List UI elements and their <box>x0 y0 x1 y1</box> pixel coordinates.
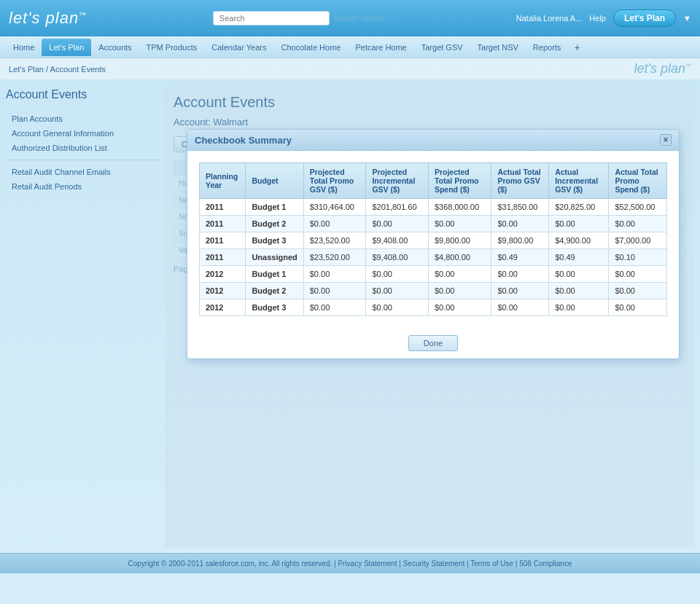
checkbook-col-header: Actual Total Promo Spend ($) <box>609 163 667 199</box>
table-cell: $7,000.00 <box>609 232 667 249</box>
table-cell: $0.00 <box>428 283 491 299</box>
table-row: 2011Budget 1$310,464.00$201,801.60$368,0… <box>200 199 667 216</box>
modal-title: Checkbook Summary <box>195 135 292 146</box>
table-row: 2012Budget 3$0.00$0.00$0.00$0.00$0.00$0.… <box>200 299 667 316</box>
table-cell: $9,800.00 <box>491 232 549 249</box>
nav-plus-button[interactable]: + <box>568 39 586 56</box>
modal-close-button[interactable]: × <box>660 134 672 146</box>
table-cell: $0.00 <box>428 299 491 316</box>
table-row: 2011Budget 2$0.00$0.00$0.00$0.00$0.00$0.… <box>200 216 667 232</box>
checkbook-col-header: Budget <box>246 163 303 199</box>
breadcrumb-logo: let's plan™ <box>634 61 691 77</box>
nav-item-calendar[interactable]: Calendar Years <box>204 39 273 56</box>
table-cell: $0.00 <box>609 299 667 316</box>
breadcrumb-letsplan[interactable]: Let's Plan <box>9 65 44 74</box>
table-cell: $0.00 <box>491 266 549 283</box>
table-cell: 2011 <box>200 249 246 266</box>
table-cell: 2011 <box>200 232 246 249</box>
table-cell: $0.49 <box>549 249 609 266</box>
sidebar-item-retail-audit-emails[interactable]: Retail Audit Channel Emails <box>6 165 159 179</box>
sidebar: Account Events Plan Accounts Account Gen… <box>6 85 159 547</box>
table-cell: Unassigned <box>246 249 303 266</box>
checkbook-table: Planning YearBudgetProjected Total Promo… <box>199 162 667 316</box>
table-cell: $23,520.00 <box>303 232 366 249</box>
table-cell: 2011 <box>200 216 246 232</box>
breadcrumb: Let's Plan / Account Events <box>9 65 106 74</box>
table-row: 2011Budget 3$23,520.00$9,408.00$9,800.00… <box>200 232 667 249</box>
sidebar-title: Account Events <box>6 85 159 104</box>
done-button[interactable]: Done <box>408 335 458 351</box>
modal-body: Planning YearBudgetProjected Total Promo… <box>187 151 679 328</box>
table-cell: $0.00 <box>491 283 549 299</box>
nav-item-petcare[interactable]: Petcare Home <box>348 39 413 56</box>
content-area: Account Events Account: Walmart Calendar… <box>165 85 694 547</box>
sidebar-item-retail-audit-periods[interactable]: Retail Audit Periods <box>6 179 159 194</box>
table-cell: Budget 1 <box>246 266 303 283</box>
top-bar: let's plan™ Search Options... Natalia Lo… <box>0 0 700 36</box>
search-area: Search Options... <box>213 11 390 26</box>
table-cell: Budget 1 <box>246 199 303 216</box>
nav-item-targetgsv[interactable]: Target GSV <box>414 39 470 56</box>
table-cell: $0.00 <box>428 266 491 283</box>
breadcrumb-account-events: Account Events <box>50 65 106 74</box>
user-label: Natalia Lorena A... <box>516 14 583 23</box>
sidebar-item-plan-accounts[interactable]: Plan Accounts <box>6 111 159 126</box>
table-cell: $0.10 <box>609 249 667 266</box>
checkbook-col-header: Actual Incremental GSV ($) <box>549 163 609 199</box>
modal-footer: Done <box>187 328 679 358</box>
checkbook-col-header: Projected Total Promo GSV ($) <box>303 163 366 199</box>
table-cell: $0.00 <box>303 266 366 283</box>
checkbook-col-header: Projected Total Promo Spend ($) <box>428 163 491 199</box>
nav-bar: Home Let's Plan Accounts TPM Products Ca… <box>0 36 700 58</box>
sidebar-item-auth-dist[interactable]: Authorized Distribution List <box>6 141 159 155</box>
help-link[interactable]: Help <box>589 14 606 23</box>
table-cell: $0.00 <box>609 266 667 283</box>
table-cell: $0.00 <box>549 216 609 232</box>
table-cell: 2011 <box>200 199 246 216</box>
table-cell: $9,800.00 <box>428 232 491 249</box>
table-cell: Budget 3 <box>246 299 303 316</box>
nav-item-chocolate[interactable]: Chocolate Home <box>273 39 348 56</box>
checkbook-col-header: Actual Total Promo GSV ($) <box>491 163 549 199</box>
table-cell: Budget 2 <box>246 283 303 299</box>
table-cell: $0.00 <box>549 283 609 299</box>
table-cell: $0.00 <box>303 216 366 232</box>
nav-item-accounts[interactable]: Accounts <box>91 39 139 56</box>
nav-item-reports[interactable]: Reports <box>526 39 569 56</box>
table-cell: 2012 <box>200 266 246 283</box>
table-cell: $0.00 <box>609 216 667 232</box>
table-cell: $9,408.00 <box>366 249 429 266</box>
nav-item-targetnsv[interactable]: Target NSV <box>470 39 526 56</box>
table-cell: $4,900.00 <box>549 232 609 249</box>
nav-item-tpm[interactable]: TPM Products <box>139 39 205 56</box>
table-cell: $310,464.00 <box>303 199 366 216</box>
app-logo: let's plan™ <box>9 9 87 28</box>
table-cell: $0.00 <box>303 299 366 316</box>
table-cell: $0.00 <box>366 299 429 316</box>
table-cell: $9,408.00 <box>366 232 429 249</box>
table-cell: $0.00 <box>491 299 549 316</box>
table-cell: $4,800.00 <box>428 249 491 266</box>
lets-plan-dropdown-icon[interactable]: ▼ <box>683 14 691 23</box>
breadcrumb-bar: Let's Plan / Account Events let's plan™ <box>0 58 700 79</box>
modal-header: Checkbook Summary × <box>187 130 679 151</box>
modal-overlay: Checkbook Summary × Planning YearBudgetP… <box>165 85 694 547</box>
table-cell: $31,850.00 <box>491 199 549 216</box>
table-cell: $0.00 <box>428 216 491 232</box>
checkbook-col-header: Projected Incremental GSV ($) <box>366 163 429 199</box>
search-options-label[interactable]: Search Options... <box>334 15 390 23</box>
nav-item-letsplan[interactable]: Let's Plan <box>42 39 91 56</box>
main-layout: Account Events Plan Accounts Account Gen… <box>0 79 700 553</box>
table-row: 2012Budget 1$0.00$0.00$0.00$0.00$0.00$0.… <box>200 266 667 283</box>
nav-item-home[interactable]: Home <box>6 39 42 56</box>
table-cell: $0.00 <box>366 266 429 283</box>
sidebar-item-general-info[interactable]: Account General Information <box>6 126 159 141</box>
search-input[interactable] <box>213 11 330 26</box>
table-cell: $201,801.60 <box>366 199 429 216</box>
table-row: 2012Budget 2$0.00$0.00$0.00$0.00$0.00$0.… <box>200 283 667 299</box>
table-cell: $0.00 <box>366 283 429 299</box>
table-cell: $0.00 <box>549 299 609 316</box>
table-cell: Budget 2 <box>246 216 303 232</box>
lets-plan-button[interactable]: Let's Plan <box>613 9 676 27</box>
table-cell: $52,500.00 <box>609 199 667 216</box>
